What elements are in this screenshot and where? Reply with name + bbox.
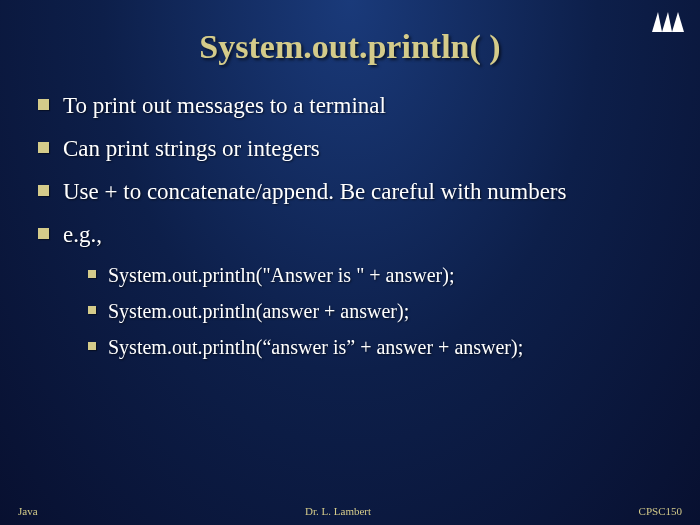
- logo-icon: [650, 8, 686, 38]
- footer-right: CPSC150: [639, 505, 682, 517]
- bullet-text: Use + to concatenate/append. Be careful …: [63, 176, 566, 207]
- bullet-marker: [38, 99, 49, 110]
- sub-bullet-text: System.out.println(answer + answer);: [108, 298, 409, 324]
- footer-center: Dr. L. Lambert: [305, 505, 371, 517]
- sub-bullet-marker: [88, 270, 96, 278]
- bullet-marker: [38, 228, 49, 239]
- sub-bullet-item: System.out.println(answer + answer);: [88, 298, 662, 324]
- bullet-text: Can print strings or integers: [63, 133, 320, 164]
- bullet-marker: [38, 142, 49, 153]
- footer-left: Java: [18, 505, 38, 517]
- sub-bullet-text: System.out.println("Answer is " + answer…: [108, 262, 454, 288]
- sub-bullet-marker: [88, 306, 96, 314]
- bullet-text: e.g.,: [63, 219, 102, 250]
- sub-bullet-item: System.out.println("Answer is " + answer…: [88, 262, 662, 288]
- bullet-text: To print out messages to a terminal: [63, 90, 386, 121]
- bullet-item: e.g.,: [38, 219, 662, 250]
- slide-title: System.out.println( ): [0, 0, 700, 90]
- bullet-item: To print out messages to a terminal: [38, 90, 662, 121]
- slide-content: To print out messages to a terminal Can …: [0, 90, 700, 360]
- slide-footer: Java Dr. L. Lambert CPSC150: [0, 505, 700, 517]
- sub-bullet-text: System.out.println(“answer is” + answer …: [108, 334, 523, 360]
- bullet-item: Use + to concatenate/append. Be careful …: [38, 176, 662, 207]
- sub-bullet-item: System.out.println(“answer is” + answer …: [88, 334, 662, 360]
- bullet-item: Can print strings or integers: [38, 133, 662, 164]
- bullet-marker: [38, 185, 49, 196]
- sub-bullet-marker: [88, 342, 96, 350]
